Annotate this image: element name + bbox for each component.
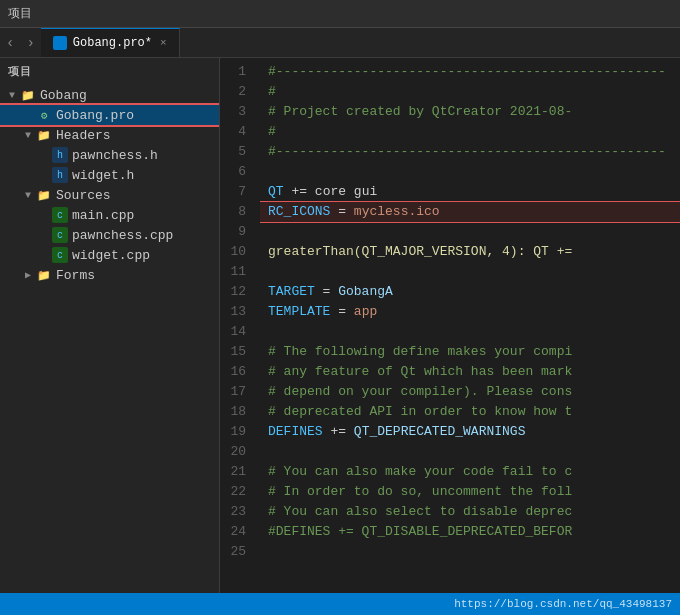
tree-item-gobang-root[interactable]: ▼📁Gobang (0, 85, 219, 105)
tree-spacer (36, 227, 52, 243)
line-number-6: 6 (220, 162, 252, 182)
folder-icon: 📁 (36, 127, 52, 143)
pro-icon: ⚙ (36, 107, 52, 123)
line-number-14: 14 (220, 322, 252, 342)
title-bar: 项目 (0, 0, 680, 28)
line-number-1: 1 (220, 62, 252, 82)
tab-nav-back[interactable]: ‹ (0, 28, 20, 57)
tree-arrow: ▼ (4, 87, 20, 103)
code-line-11 (260, 262, 680, 282)
line-number-8: 8 (220, 202, 252, 222)
folder-icon: 📁 (36, 187, 52, 203)
folder-icon: 📁 (36, 267, 52, 283)
line-number-2: 2 (220, 82, 252, 102)
code-line-23: # You can also select to disable deprec (260, 502, 680, 522)
line-number-23: 23 (220, 502, 252, 522)
tree-label: Gobang (40, 88, 87, 103)
tab-close-button[interactable]: × (160, 37, 167, 49)
tree-label: Forms (56, 268, 95, 283)
line-number-18: 18 (220, 402, 252, 422)
cpp-icon: c (52, 247, 68, 263)
line-number-10: 10 (220, 242, 252, 262)
code-line-25 (260, 542, 680, 562)
line-number-17: 17 (220, 382, 252, 402)
tree-item-main-cpp[interactable]: cmain.cpp (0, 205, 219, 225)
line-number-24: 24 (220, 522, 252, 542)
tree-spacer (36, 207, 52, 223)
tab-file-icon (53, 36, 67, 50)
code-line-14 (260, 322, 680, 342)
tree-arrow: ▶ (20, 267, 36, 283)
tree-label: Gobang.pro (56, 108, 134, 123)
tree-label: Headers (56, 128, 111, 143)
tree-label: widget.h (72, 168, 134, 183)
tab-nav-forward[interactable]: › (20, 28, 40, 57)
code-editor[interactable]: 1234567891011121314151617181920212223242… (220, 58, 680, 593)
line-number-7: 7 (220, 182, 252, 202)
line-number-3: 3 (220, 102, 252, 122)
code-line-16: # any feature of Qt which has been mark (260, 362, 680, 382)
sidebar-title: 项目 (8, 64, 31, 79)
title-label: 项目 (8, 5, 32, 22)
code-line-18: # deprecated API in order to know how t (260, 402, 680, 422)
sidebar-header: 项目 (0, 58, 219, 85)
tree-spacer (36, 147, 52, 163)
code-area: 1234567891011121314151617181920212223242… (220, 58, 680, 593)
tree-spacer (20, 107, 36, 123)
code-line-4: # (260, 122, 680, 142)
code-line-15: # The following define makes your compi (260, 342, 680, 362)
cpp-icon: c (52, 207, 68, 223)
tree-label: pawnchess.cpp (72, 228, 173, 243)
code-line-7: QT += core gui (260, 182, 680, 202)
tree-item-pawnchess-h[interactable]: hpawnchess.h (0, 145, 219, 165)
active-tab[interactable]: Gobang.pro* × (41, 28, 180, 57)
tree-item-widget-cpp[interactable]: cwidget.cpp (0, 245, 219, 265)
file-tree: ▼📁Gobang ⚙Gobang.pro▼📁Headers hpawnchess… (0, 85, 219, 285)
line-number-15: 15 (220, 342, 252, 362)
line-number-11: 11 (220, 262, 252, 282)
tree-label: main.cpp (72, 208, 134, 223)
code-line-21: # You can also make your code fail to c (260, 462, 680, 482)
folder-icon: 📁 (20, 87, 36, 103)
tree-item-headers[interactable]: ▼📁Headers (0, 125, 219, 145)
line-number-20: 20 (220, 442, 252, 462)
tree-label: widget.cpp (72, 248, 150, 263)
line-number-21: 21 (220, 462, 252, 482)
code-line-13: TEMPLATE = app (260, 302, 680, 322)
status-url: https://blog.csdn.net/qq_43498137 (454, 598, 672, 610)
sidebar: 项目 ▼📁Gobang ⚙Gobang.pro▼📁Headers hpawnch… (0, 58, 220, 593)
tree-arrow: ▼ (20, 127, 36, 143)
tree-item-gobang-pro[interactable]: ⚙Gobang.pro (0, 105, 219, 125)
line-number-12: 12 (220, 282, 252, 302)
tab-bar: ‹ › Gobang.pro* × (0, 28, 680, 58)
code-line-24: #DEFINES += QT_DISABLE_DEPRECATED_BEFOR (260, 522, 680, 542)
line-number-19: 19 (220, 422, 252, 442)
tree-arrow: ▼ (20, 187, 36, 203)
line-number-25: 25 (220, 542, 252, 562)
code-line-3: # Project created by QtCreator 2021-08- (260, 102, 680, 122)
tree-item-sources[interactable]: ▼📁Sources (0, 185, 219, 205)
code-content[interactable]: #---------------------------------------… (260, 58, 680, 593)
tree-spacer (36, 247, 52, 263)
line-numbers: 1234567891011121314151617181920212223242… (220, 58, 260, 593)
code-line-22: # In order to do so, uncomment the foll (260, 482, 680, 502)
tree-item-forms[interactable]: ▶📁Forms (0, 265, 219, 285)
cpp-icon: c (52, 227, 68, 243)
code-line-10: greaterThan(QT_MAJOR_VERSION, 4): QT += (260, 242, 680, 262)
line-number-13: 13 (220, 302, 252, 322)
code-line-19: DEFINES += QT_DEPRECATED_WARNINGS (260, 422, 680, 442)
line-number-5: 5 (220, 142, 252, 162)
code-line-8: RC_ICONS = mycless.ico (260, 202, 680, 222)
tab-filename: Gobang.pro* (73, 36, 152, 50)
code-line-17: # depend on your compiler). Please cons (260, 382, 680, 402)
code-line-1: #---------------------------------------… (260, 62, 680, 82)
h-icon: h (52, 167, 68, 183)
line-number-16: 16 (220, 362, 252, 382)
h-icon: h (52, 147, 68, 163)
tree-spacer (36, 167, 52, 183)
tree-item-widget-h[interactable]: hwidget.h (0, 165, 219, 185)
code-line-12: TARGET = GobangA (260, 282, 680, 302)
tree-item-pawnchess-cpp[interactable]: cpawnchess.cpp (0, 225, 219, 245)
code-line-2: # (260, 82, 680, 102)
code-line-6 (260, 162, 680, 182)
